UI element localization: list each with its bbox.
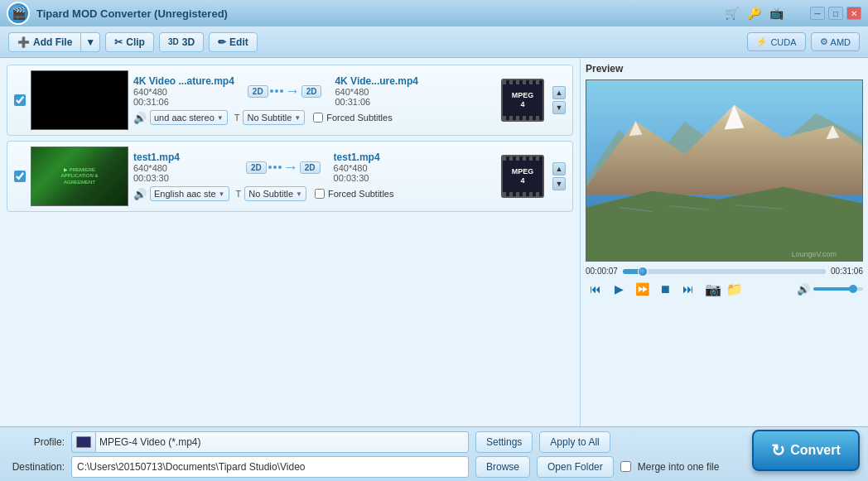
add-file-button[interactable]: ➕ Add File <box>8 32 81 52</box>
table-row: 4K Video ...ature.mp4 640*480 00:31:06 2… <box>7 65 573 136</box>
audio-dropdown-1[interactable]: und aac stereo ▼ <box>150 110 228 125</box>
open-folder-button[interactable]: Open Folder <box>537 456 614 478</box>
cube-icon: 3D <box>168 37 179 46</box>
profile-icon <box>71 431 95 453</box>
subtitle-dropdown-2[interactable]: No Subtitle ▼ <box>244 186 306 201</box>
file-checkbox-1[interactable] <box>14 94 26 106</box>
file2-input-duration: 00:03:30 <box>133 173 233 183</box>
volume-fill <box>813 287 853 291</box>
browse-button[interactable]: Browse <box>475 456 530 478</box>
destination-input[interactable]: C:\Users\20150713\Documents\Tipard Studi… <box>71 456 469 478</box>
file2-output-dims: 640*480 <box>334 163 433 173</box>
audio-dropdown-2[interactable]: English aac ste ▼ <box>150 186 229 201</box>
scissors-icon: ✂ <box>114 36 123 48</box>
clip-button[interactable]: ✂ Clip <box>105 32 154 52</box>
item-controls-2: ▲ ▼ <box>552 162 566 190</box>
volume-bar: 🔊 <box>797 283 863 296</box>
subtitle-icon-2: T <box>236 189 242 199</box>
subtitle-dropdown-1[interactable]: No Subtitle ▼ <box>243 110 305 125</box>
progress-track[interactable] <box>623 269 826 274</box>
format-thumb-1[interactable]: MPEG4 <box>501 79 544 122</box>
cuda-icon: ⚡ <box>756 36 768 47</box>
svg-text:LoungeV.com: LoungeV.com <box>792 250 837 258</box>
monitor-icon[interactable]: 📺 <box>769 7 784 20</box>
file-checkbox-2[interactable] <box>14 171 26 182</box>
file1-input-duration: 00:31:06 <box>133 97 234 107</box>
maximize-button[interactable]: □ <box>828 7 843 20</box>
file2-output-name: test1.mp4 <box>334 152 433 163</box>
item-controls-1: ▲ ▼ <box>552 86 566 114</box>
forced-subtitles-2: Forced Subtitles <box>315 189 393 199</box>
settings-button[interactable]: Settings <box>475 431 533 453</box>
item-up-button-1[interactable]: ▲ <box>552 86 566 99</box>
file-thumbnail-2: ▶ PREMIEREAPPLICATION &AGREEMENT <box>31 147 128 206</box>
fast-forward-button[interactable]: ⏩ <box>632 279 652 299</box>
merge-checkbox[interactable] <box>620 461 631 472</box>
toolbar: ➕ Add File ▼ ✂ Clip 3D 3D ✏ Edit ⚡ CUDA … <box>0 26 868 58</box>
add-file-dropdown-button[interactable]: ▼ <box>81 32 100 52</box>
progress-thumb <box>638 267 648 277</box>
stop-button[interactable]: ⏹ <box>655 279 675 299</box>
add-file-icon: ➕ <box>17 36 30 48</box>
volume-track[interactable] <box>813 287 863 291</box>
convert-label: Convert <box>790 443 840 458</box>
camera-btn[interactable]: 📷 <box>705 281 721 297</box>
app-title: Tipard MOD Converter (Unregistered) <box>36 7 228 20</box>
item-down-button-2[interactable]: ▼ <box>552 177 566 190</box>
forced-subtitles-1: Forced Subtitles <box>313 113 392 123</box>
item-up-button-2[interactable]: ▲ <box>552 162 566 176</box>
time-current: 00:00:07 <box>586 267 618 276</box>
edit-icon: ✏ <box>218 36 226 48</box>
close-button[interactable]: ✕ <box>846 7 861 20</box>
key-icon[interactable]: 🔑 <box>747 7 761 20</box>
speaker-icon-2: 🔊 <box>133 188 147 200</box>
minimize-button[interactable]: ─ <box>810 7 825 20</box>
profile-icon-img <box>76 436 91 448</box>
subtitle-icon-1: T <box>234 113 240 123</box>
preview-title: Preview <box>586 63 863 75</box>
convert-icon: ↻ <box>771 440 785 460</box>
file-list: 4K Video ...ature.mp4 640*480 00:31:06 2… <box>0 58 580 426</box>
amd-icon: ⚙ <box>820 36 828 47</box>
profile-select[interactable]: MPEG-4 Video (*.mp4) <box>95 431 469 453</box>
time-total: 00:31:06 <box>831 267 863 276</box>
play-button[interactable]: ▶ <box>609 279 629 299</box>
file1-output-name: 4K Vide...ure.mp4 <box>335 75 434 87</box>
file2-input-name: test1.mp4 <box>133 152 233 163</box>
file2-input-dims: 640*480 <box>133 163 233 173</box>
format-thumb-2[interactable]: MPEG4 <box>501 155 544 198</box>
file1-output-duration: 00:31:06 <box>335 97 434 107</box>
edit-button[interactable]: ✏ Edit <box>209 32 258 52</box>
volume-icon: 🔊 <box>797 283 810 296</box>
convert-arrow-1: 2D → 2D <box>239 83 330 100</box>
bottom-bar: Profile: MPEG-4 Video (*.mp4) Settings A… <box>0 426 868 481</box>
convert-button[interactable]: ↻ Convert <box>752 430 860 471</box>
profile-label: Profile: <box>8 436 65 448</box>
amd-button[interactable]: ⚙ AMD <box>811 32 860 51</box>
file1-audio-row: 🔊 und aac stereo ▼ T No Subtitle ▼ Force… <box>133 110 496 125</box>
profile-row: Profile: MPEG-4 Video (*.mp4) Settings A… <box>8 431 860 453</box>
file1-output-dims: 640*480 <box>335 87 434 97</box>
preview-video: LoungeV.com <box>586 79 863 262</box>
cuda-button[interactable]: ⚡ CUDA <box>747 32 805 51</box>
3d-button[interactable]: 3D 3D <box>159 32 204 52</box>
skip-back-button[interactable]: ⏮ <box>586 279 605 299</box>
merge-label: Merge into one file <box>638 461 720 473</box>
badge-2d-input-2: 2D <box>246 161 267 174</box>
badge-2d-input-1: 2D <box>248 85 268 98</box>
time-bar: 00:00:07 00:31:06 <box>586 267 863 276</box>
skip-forward-button[interactable]: ⏭ <box>678 279 698 299</box>
speaker-icon-1: 🔊 <box>133 112 147 124</box>
badge-2d-output-2: 2D <box>300 161 321 174</box>
table-row: ▶ PREMIEREAPPLICATION &AGREEMENT test1.m… <box>7 141 573 212</box>
forced-sub-check-1[interactable] <box>313 113 323 123</box>
badge-2d-output-1: 2D <box>301 85 322 98</box>
file-thumbnail-1 <box>31 70 128 130</box>
player-controls: 00:00:07 00:31:06 ⏮ ▶ ⏩ ⏹ ⏭ 📷 📁 🔊 <box>586 267 863 299</box>
apply-to-all-button[interactable]: Apply to All <box>539 431 610 453</box>
bottom-wrapper: Profile: MPEG-4 Video (*.mp4) Settings A… <box>0 426 868 481</box>
folder-btn[interactable]: 📁 <box>726 281 743 297</box>
cart-icon[interactable]: 🛒 <box>725 7 739 20</box>
item-down-button-1[interactable]: ▼ <box>552 101 566 114</box>
forced-sub-check-2[interactable] <box>315 189 325 199</box>
